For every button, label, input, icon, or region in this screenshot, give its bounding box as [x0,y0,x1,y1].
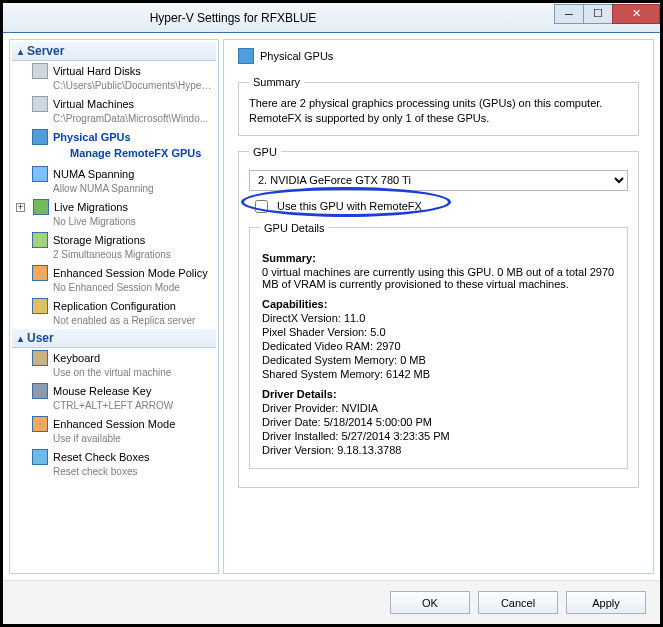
reset-icon [32,449,48,465]
vm-icon [32,96,48,112]
gpu-details: Summary: 0 virtual machines are currentl… [260,242,617,460]
mouse-icon [32,383,48,399]
section-label: Server [27,44,64,58]
section-header-server[interactable]: ▴ Server [12,42,216,61]
button-bar: OK Cancel Apply [3,580,660,624]
sidebar-item-mouse-release-key[interactable]: Mouse Release Key CTRL+ALT+LEFT ARROW [12,381,216,414]
maximize-button[interactable]: ☐ [583,4,613,24]
caret-up-icon: ▴ [18,333,23,344]
main-title: Physical GPUs [260,50,333,62]
main-header: Physical GPUs [238,48,639,64]
summary-legend: Summary [249,76,304,88]
titlebar: Hyper-V Settings for RFXBLUE ─ ☐ ✕ [3,3,660,33]
keyboard-icon [32,350,48,366]
migration-icon [33,199,49,215]
numa-icon [32,166,48,182]
cap-pixelshader: Pixel Shader Version: 5.0 [262,326,615,338]
sidebar: ▴ Server Virtual Hard Disks C:\Users\Pub… [9,39,219,574]
sidebar-subitem-manage-remotefx[interactable]: Manage RemoteFX GPUs [32,145,214,162]
apply-button[interactable]: Apply [566,591,646,614]
gpu-icon [238,48,254,64]
content-area: ▴ Server Virtual Hard Disks C:\Users\Pub… [3,33,660,580]
capabilities-head: Capabilities: [262,298,615,310]
driver-version: Driver Version: 9.18.13.3788 [262,444,615,456]
driver-date: Driver Date: 5/18/2014 5:00:00 PM [262,416,615,428]
caret-up-icon: ▴ [18,46,23,57]
driver-head: Driver Details: [262,388,615,400]
cap-dedicated-sysmem: Dedicated System Memory: 0 MB [262,354,615,366]
sidebar-item-numa-spanning[interactable]: NUMA Spanning Allow NUMA Spanning [12,164,216,197]
window-controls: ─ ☐ ✕ [555,4,660,26]
gpu-group: GPU 2. NVIDIA GeForce GTX 780 Ti Use thi… [238,146,639,488]
gpu-legend: GPU [249,146,281,158]
close-button[interactable]: ✕ [612,4,660,24]
section-header-user[interactable]: ▴ User [12,329,216,348]
sidebar-item-physical-gpus[interactable]: Physical GPUs Manage RemoteFX GPUs [12,127,216,164]
sidebar-item-storage-migrations[interactable]: Storage Migrations 2 Simultaneous Migrat… [12,230,216,263]
sidebar-item-live-migrations[interactable]: + Live Migrations No Live Migrations [12,197,216,230]
cap-shared-sysmem: Shared System Memory: 6142 MB [262,368,615,380]
sidebar-item-enhanced-session-mode[interactable]: Enhanced Session Mode Use if available [12,414,216,447]
section-label: User [27,331,54,345]
sidebar-item-keyboard[interactable]: Keyboard Use on the virtual machine [12,348,216,381]
policy-icon [32,265,48,281]
cancel-button[interactable]: Cancel [478,591,558,614]
gpu-details-group: GPU Details Summary: 0 virtual machines … [249,222,628,469]
sidebar-item-virtual-machines[interactable]: Virtual Machines C:\ProgramData\Microsof… [12,94,216,127]
summary-group: Summary There are 2 physical graphics pr… [238,76,639,136]
expand-icon[interactable]: + [16,203,25,212]
replication-icon [32,298,48,314]
details-summary-text: 0 virtual machines are currently using t… [262,266,615,290]
details-legend: GPU Details [260,222,329,234]
sidebar-item-virtual-hard-disks[interactable]: Virtual Hard Disks C:\Users\Public\Docum… [12,61,216,94]
storage-icon [32,232,48,248]
summary-text: There are 2 physical graphics processing… [249,96,628,127]
disk-icon [32,63,48,79]
cap-directx: DirectX Version: 11.0 [262,312,615,324]
driver-provider: Driver Provider: NVIDIA [262,402,615,414]
checkbox-label: Use this GPU with RemoteFX [277,200,422,212]
sidebar-item-reset-check-boxes[interactable]: Reset Check Boxes Reset check boxes [12,447,216,480]
cap-vram: Dedicated Video RAM: 2970 [262,340,615,352]
details-summary-head: Summary: [262,252,615,264]
driver-installed: Driver Installed: 5/27/2014 3:23:35 PM [262,430,615,442]
session-icon [32,416,48,432]
gpu-select[interactable]: 2. NVIDIA GeForce GTX 780 Ti [249,170,628,191]
sidebar-item-enhanced-session-policy[interactable]: Enhanced Session Mode Policy No Enhanced… [12,263,216,296]
main-panel: Physical GPUs Summary There are 2 physic… [223,39,654,574]
use-gpu-remotefx-checkbox[interactable] [255,200,268,213]
settings-window: Hyper-V Settings for RFXBLUE ─ ☐ ✕ ▴ Ser… [3,3,660,624]
gpu-icon [32,129,48,145]
remotefx-checkbox-row: Use this GPU with RemoteFX [249,191,628,222]
ok-button[interactable]: OK [390,591,470,614]
minimize-button[interactable]: ─ [554,4,584,24]
window-title: Hyper-V Settings for RFXBLUE [11,11,555,25]
sidebar-item-replication-config[interactable]: Replication Configuration Not enabled as… [12,296,216,329]
